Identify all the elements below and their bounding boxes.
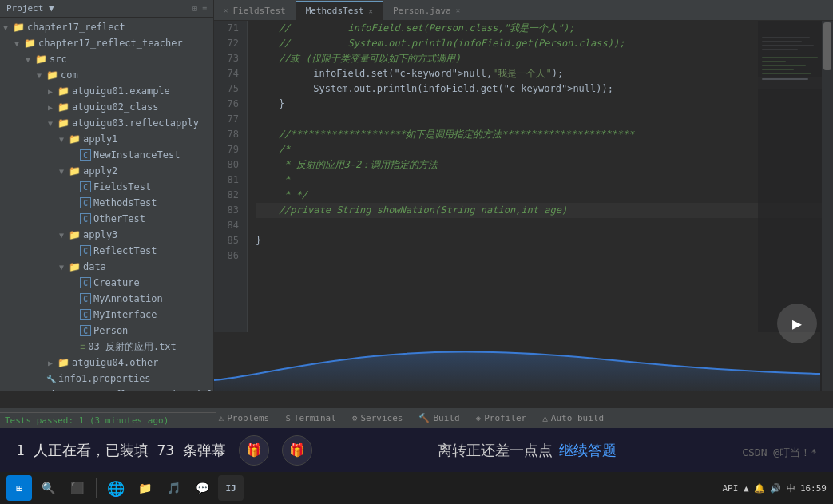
- video-play-button[interactable]: ▶: [777, 304, 817, 343]
- tree-item[interactable]: 🔧chapter17_reflect_teacher.iml: [0, 387, 213, 391]
- clock: 16:59: [800, 483, 827, 494]
- tree-item[interactable]: COtherTest: [0, 211, 213, 227]
- tree-item[interactable]: 🔧info1.properties: [0, 371, 213, 387]
- code-line: }: [256, 233, 825, 248]
- explorer-icon[interactable]: 📁: [132, 475, 157, 501]
- start-button[interactable]: ⊞: [6, 475, 32, 501]
- tree-item[interactable]: ▼📁src: [0, 51, 213, 67]
- code-text: }: [256, 97, 284, 112]
- tab-fieldstest[interactable]: ✕ FieldsTest: [214, 1, 296, 20]
- bottom-tab-profiler[interactable]: ◈Profiler: [473, 408, 530, 428]
- subtitle-left-section: 1 人正在看，已装填 73 条弹幕 🎁 🎁: [16, 435, 312, 466]
- line-number: 78: [214, 127, 244, 142]
- code-line: // infoField.set(Person.class,"我是一个人");: [256, 21, 825, 36]
- bottom-tab-problems[interactable]: ⚠Problems: [206, 408, 273, 428]
- intellij-icon[interactable]: IJ: [218, 475, 244, 501]
- code-line: //private String showNation(String natio…: [256, 203, 825, 218]
- bottom-tab-label: Terminal: [294, 413, 336, 423]
- tree-item[interactable]: ▼📁apply2: [0, 163, 213, 179]
- comment-text: //或 (仅限于类变量可以如下的方式调用): [256, 51, 461, 66]
- editor-scrollbar[interactable]: [822, 21, 833, 391]
- tree-item[interactable]: ▼📁chapter17_reflect: [0, 19, 213, 35]
- tab-methodstest[interactable]: MethodsTest ✕: [296, 1, 383, 20]
- subtitle-bar: 1 人正在看，已装填 73 条弹幕 🎁 🎁 离转正还差一点点 继续答题 CSDN…: [0, 428, 833, 472]
- bottom-tab-label: Services: [360, 413, 403, 423]
- search-button[interactable]: 🔍: [35, 475, 61, 501]
- bottom-tab-services[interactable]: ⚙Services: [349, 408, 407, 428]
- tree-item[interactable]: ▼📁chapter17_reflect_teacher: [0, 35, 213, 51]
- tree-item[interactable]: ▶📁atguigu02_class: [0, 99, 213, 115]
- tree-item[interactable]: CPerson: [0, 323, 213, 339]
- svg-rect-3: [762, 45, 814, 46]
- line-number: 72: [214, 36, 244, 51]
- project-controls: ⊞ ≡: [192, 4, 207, 13]
- code-line: // System.out.println(infoField.get(Pers…: [256, 36, 825, 51]
- tree-item[interactable]: ≡03-反射的应用.txt: [0, 339, 213, 355]
- tab-close-icon-active[interactable]: ✕: [369, 7, 373, 15]
- svg-rect-11: [762, 78, 808, 80]
- code-line: [256, 248, 825, 264]
- tab-label-active: MethodsTest: [306, 6, 364, 16]
- svg-rect-6: [762, 61, 786, 62]
- tree-item[interactable]: ▼📁apply3: [0, 227, 213, 243]
- tree-item[interactable]: CCreature: [0, 275, 213, 291]
- tree-item[interactable]: ▼📁atguigu03.reflectapply: [0, 115, 213, 131]
- code-text: infoField.set("c-keyword">null: [256, 66, 486, 81]
- tree-item[interactable]: ▼📁com: [0, 67, 213, 83]
- bottom-tab-icon: ⚠: [219, 413, 224, 423]
- line-number: 86: [214, 248, 244, 264]
- chat-icon[interactable]: 💬: [189, 475, 215, 501]
- tree-item[interactable]: CFieldsTest: [0, 179, 213, 195]
- tree-item[interactable]: CMethodsTest: [0, 195, 213, 211]
- bottom-tab-terminal[interactable]: $Terminal: [282, 408, 339, 428]
- comment-text: * */: [256, 188, 307, 203]
- svg-rect-9: [762, 73, 811, 74]
- tab-person[interactable]: Person.java ✕: [383, 1, 470, 20]
- scrollbar-thumb[interactable]: [823, 22, 831, 70]
- tab-label: FieldsTest: [232, 6, 285, 16]
- bottom-tab-icon: 🔨: [418, 413, 430, 423]
- tab-close-person[interactable]: ✕: [456, 6, 460, 14]
- tree-item[interactable]: ▼📁apply1: [0, 131, 213, 147]
- line-number: 76: [214, 97, 244, 112]
- code-line: //********************如下是调用指定的方法********…: [256, 127, 825, 142]
- code-line: * 反射的应用3-2：调用指定的方法: [256, 157, 825, 173]
- taskview-button[interactable]: ⬛: [64, 475, 89, 501]
- comment-text: // System.out.println(infoField.get(Pers…: [256, 36, 625, 51]
- gift-btn-2[interactable]: 🎁: [282, 435, 312, 466]
- bottom-tab-auto-build[interactable]: △Auto-build: [539, 408, 607, 428]
- browser-icon[interactable]: 🌐: [103, 475, 129, 501]
- tree-item[interactable]: CNewInstanceTest: [0, 147, 213, 163]
- code-text: }: [256, 233, 261, 248]
- tree-item[interactable]: ▶📁atguigu04.other: [0, 355, 213, 371]
- tab-close-icon[interactable]: ✕: [224, 6, 228, 14]
- svg-rect-2: [762, 41, 802, 42]
- gift-icon-2: 🎁: [289, 442, 305, 458]
- svg-rect-1: [762, 37, 810, 38]
- bottom-tab-build[interactable]: 🔨Build: [415, 408, 462, 428]
- line-number: 84: [214, 218, 244, 233]
- project-panel: Project ▼ ⊞ ≡ ▼📁chapter17_reflect▼📁chapt…: [0, 0, 214, 391]
- code-line: [256, 112, 825, 127]
- bottom-tab-icon: △: [542, 413, 548, 423]
- wave-area: [214, 332, 820, 391]
- line-number: 82: [214, 188, 244, 203]
- play-icon: ▶: [792, 314, 802, 333]
- subtitle-link[interactable]: 继续答题: [559, 441, 617, 460]
- tree-item[interactable]: CMyInterface: [0, 307, 213, 323]
- code-line: [256, 218, 825, 233]
- media-icon[interactable]: 🎵: [161, 475, 186, 501]
- tree-item[interactable]: CReflectTest: [0, 243, 213, 259]
- tree-item[interactable]: ▼📁data: [0, 259, 213, 275]
- project-label: Project ▼: [6, 3, 54, 14]
- gift-btn-1[interactable]: 🎁: [239, 435, 269, 466]
- line-number: 74: [214, 66, 244, 81]
- project-header: Project ▼ ⊞ ≡: [0, 0, 213, 18]
- gift-icon-1: 🎁: [246, 442, 262, 458]
- comment-text: *: [256, 173, 290, 188]
- bottom-tab-label: Problems: [227, 413, 269, 423]
- system-tray: API ▲ 🔔 🔊 中 16:59: [723, 482, 827, 494]
- tree-item[interactable]: ▶📁atguigu01.example: [0, 83, 213, 99]
- separator: [96, 478, 97, 498]
- tree-item[interactable]: CMyAnnotation: [0, 291, 213, 307]
